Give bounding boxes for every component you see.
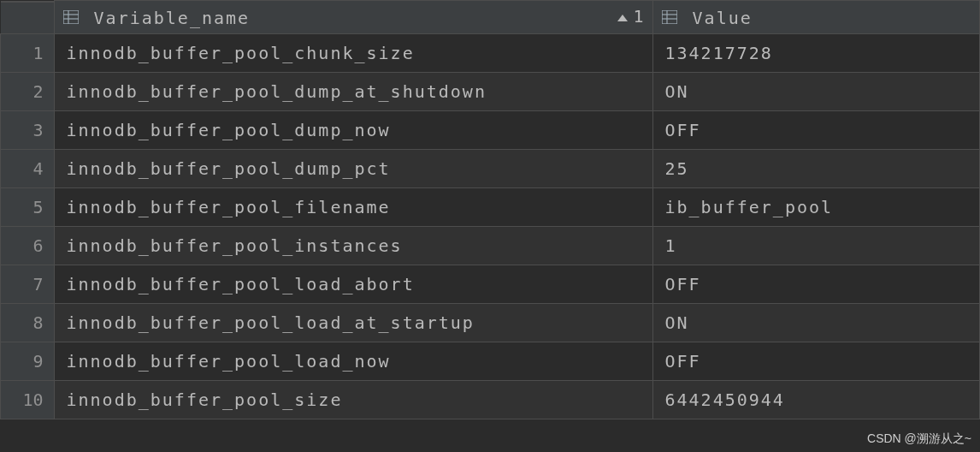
cell-value[interactable]: OFF bbox=[652, 265, 980, 303]
table-row[interactable]: 2innodb_buffer_pool_dump_at_shutdownON bbox=[1, 72, 980, 110]
cell-variable-name[interactable]: innodb_buffer_pool_load_now bbox=[54, 342, 652, 380]
sort-asc-icon bbox=[617, 15, 628, 21]
cell-value[interactable]: 6442450944 bbox=[652, 380, 980, 419]
column-header-variable-name[interactable]: Variable_name 1 bbox=[54, 1, 652, 34]
cell-variable-name[interactable]: innodb_buffer_pool_load_at_startup bbox=[54, 303, 652, 342]
cell-value[interactable]: ON bbox=[652, 72, 980, 110]
table-row[interactable]: 8innodb_buffer_pool_load_at_startupON bbox=[1, 303, 980, 342]
table-row[interactable]: 3innodb_buffer_pool_dump_nowOFF bbox=[1, 110, 980, 149]
table-row[interactable]: 1innodb_buffer_pool_chunk_size134217728 bbox=[1, 33, 980, 72]
cell-value[interactable]: ON bbox=[652, 303, 980, 342]
table-row[interactable]: 10innodb_buffer_pool_size6442450944 bbox=[1, 380, 980, 419]
row-number[interactable]: 4 bbox=[1, 149, 55, 187]
cell-value[interactable]: ib_buffer_pool bbox=[652, 187, 980, 226]
row-number[interactable]: 8 bbox=[1, 303, 55, 342]
column-header-label: Value bbox=[693, 8, 753, 28]
cell-variable-name[interactable]: innodb_buffer_pool_filename bbox=[54, 187, 652, 226]
cell-variable-name[interactable]: innodb_buffer_pool_dump_pct bbox=[54, 149, 652, 187]
cell-variable-name[interactable]: innodb_buffer_pool_instances bbox=[54, 226, 652, 265]
row-number[interactable]: 3 bbox=[1, 110, 55, 149]
header-gutter bbox=[1, 1, 54, 3]
cell-variable-name[interactable]: innodb_buffer_pool_chunk_size bbox=[54, 33, 652, 72]
cell-variable-name[interactable]: innodb_buffer_pool_dump_now bbox=[54, 110, 652, 149]
cell-value[interactable]: OFF bbox=[652, 342, 980, 380]
results-table: Variable_name 1 Value 1innodb_buffer_poo… bbox=[0, 0, 980, 419]
row-number[interactable]: 10 bbox=[1, 380, 55, 419]
table-row[interactable]: 6innodb_buffer_pool_instances1 bbox=[1, 226, 980, 265]
sort-priority: 1 bbox=[633, 6, 643, 27]
cell-variable-name[interactable]: innodb_buffer_pool_dump_at_shutdown bbox=[54, 72, 652, 110]
cell-value[interactable]: 1 bbox=[652, 226, 980, 265]
table-row[interactable]: 7innodb_buffer_pool_load_abortOFF bbox=[1, 265, 980, 303]
row-number[interactable]: 9 bbox=[1, 342, 55, 380]
column-type-icon bbox=[63, 8, 79, 28]
svg-rect-4 bbox=[662, 10, 677, 24]
table-header-row: Variable_name 1 Value bbox=[1, 1, 980, 34]
column-type-icon bbox=[662, 8, 677, 28]
svg-rect-0 bbox=[63, 10, 79, 24]
cell-value[interactable]: 134217728 bbox=[652, 33, 980, 72]
cell-value[interactable]: 25 bbox=[652, 149, 980, 187]
row-number[interactable]: 2 bbox=[1, 72, 55, 110]
table-row[interactable]: 5innodb_buffer_pool_filenameib_buffer_po… bbox=[1, 187, 980, 226]
row-number[interactable]: 5 bbox=[1, 187, 55, 226]
sort-indicator[interactable]: 1 bbox=[617, 6, 643, 27]
row-number[interactable]: 7 bbox=[1, 265, 55, 303]
cell-variable-name[interactable]: innodb_buffer_pool_load_abort bbox=[54, 265, 652, 303]
row-number[interactable]: 1 bbox=[1, 33, 55, 72]
watermark-text: CSDN @溯游从之~ bbox=[867, 431, 971, 447]
column-header-label: Variable_name bbox=[94, 8, 251, 28]
table-row[interactable]: 9innodb_buffer_pool_load_nowOFF bbox=[1, 342, 980, 380]
row-number[interactable]: 6 bbox=[1, 226, 55, 265]
cell-value[interactable]: OFF bbox=[652, 110, 980, 149]
column-header-value[interactable]: Value bbox=[652, 1, 980, 34]
table-row[interactable]: 4innodb_buffer_pool_dump_pct25 bbox=[1, 149, 980, 187]
cell-variable-name[interactable]: innodb_buffer_pool_size bbox=[54, 380, 652, 419]
